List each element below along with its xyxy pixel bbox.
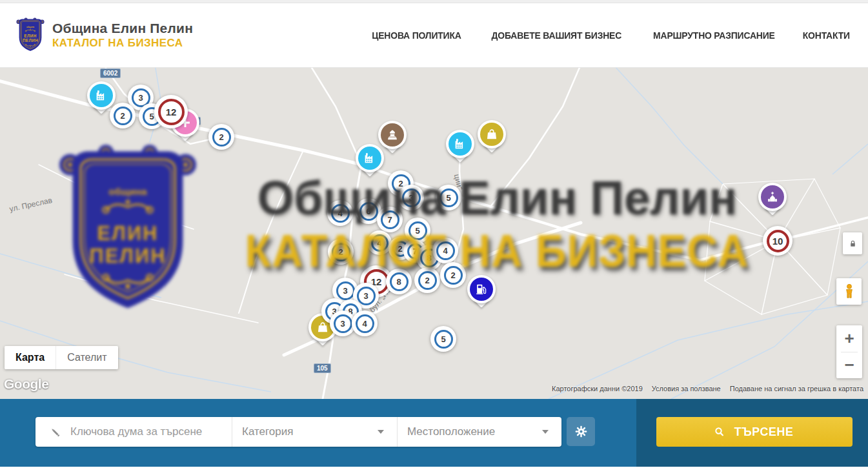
cluster-count: 2	[418, 271, 437, 290]
site-title: Община Елин Пелин	[52, 21, 193, 37]
marker-cluster[interactable]: 12	[154, 95, 188, 128]
marker-cluster[interactable]: 3	[398, 185, 424, 210]
marker-cluster[interactable]: 7	[377, 207, 403, 232]
svg-text:община: община	[26, 26, 34, 28]
nav-item-add-business[interactable]: ДОБАВЕТЕ ВАШИЯТ БИЗНЕС	[492, 30, 622, 41]
map-lock-button[interactable]	[843, 232, 862, 254]
chevron-down-icon	[542, 430, 549, 434]
search-icon	[714, 426, 725, 438]
map-pin-church[interactable]	[758, 183, 787, 220]
cluster-count: 2	[444, 266, 463, 285]
svg-text:ПЕЛИН: ПЕЛИН	[23, 38, 38, 43]
search-submit-button[interactable]: ТЪРСЕНЕ	[656, 417, 853, 447]
marker-cluster[interactable]: 4	[367, 230, 392, 255]
church-icon	[761, 185, 784, 209]
keyword-search-input[interactable]	[70, 425, 232, 438]
marker-cluster[interactable]: 2	[414, 267, 440, 293]
cluster-count: 3	[357, 287, 376, 305]
cluster-count: 6	[359, 202, 378, 221]
marker-cluster[interactable]: 5	[430, 326, 456, 352]
marker-cluster[interactable]: 2	[208, 124, 234, 150]
map-pin-factory[interactable]	[356, 144, 384, 181]
zoom-in-button[interactable]: +	[836, 326, 862, 352]
map-attribution: Картографски данни ©2019 Условия за полз…	[552, 385, 863, 392]
search-button-label: ТЪРСЕНЕ	[734, 425, 794, 439]
marker-cluster[interactable]: 5	[436, 185, 461, 210]
keyword-section	[35, 417, 232, 447]
marker-cluster[interactable]: 2	[328, 239, 354, 265]
cluster-count: 4	[356, 314, 374, 333]
lock-icon	[848, 239, 858, 249]
map-type-satellite-button[interactable]: Сателит	[56, 346, 117, 369]
map-pin-fuel[interactable]	[467, 275, 496, 312]
cluster-count: 5	[409, 221, 427, 240]
cluster-count: 3	[402, 188, 421, 207]
marker-cluster[interactable]: 2	[440, 262, 466, 288]
attribution-map-data: Картографски данни ©2019	[552, 385, 643, 392]
cluster-count: 3	[336, 281, 355, 300]
fuel-icon	[470, 278, 493, 301]
marker-cluster[interactable]: 2	[110, 103, 136, 128]
location-dropdown[interactable]: Местоположение	[397, 417, 561, 447]
marker-cluster[interactable]: 4	[352, 310, 378, 336]
google-map[interactable]: 6002105 ул. Преславбул. „Новоселции" 325…	[0, 68, 868, 399]
zoom-out-button[interactable]: −	[836, 352, 862, 378]
chevron-down-icon	[378, 430, 384, 434]
cluster-count: 3	[334, 314, 352, 333]
site-header: община ЕЛИН ПЕЛИН Община Елин Пелин КАТА…	[0, 3, 868, 68]
pegman-icon	[840, 283, 858, 301]
road-number-badge: 6002	[100, 68, 121, 78]
gear-icon	[574, 424, 589, 439]
factory-icon	[90, 84, 113, 107]
attribution-terms-link[interactable]: Условия за ползване	[652, 385, 721, 392]
cluster-count: 4	[436, 241, 455, 260]
search-fields-box: Категория Местоположение	[35, 417, 561, 447]
marker-cluster[interactable]: 4	[327, 200, 353, 226]
advanced-settings-button[interactable]	[567, 417, 595, 446]
map-type-map-button[interactable]: Карта	[5, 346, 56, 369]
cluster-count: 8	[390, 272, 409, 291]
category-dropdown-label: Категория	[242, 425, 293, 438]
site-logo[interactable]: община ЕЛИН ПЕЛИН Община Елин Пелин КАТА…	[16, 17, 193, 54]
nav-item-route-schedule[interactable]: МАРШРУТНО РАЗПИСАНИЕ	[653, 30, 775, 41]
marker-cluster[interactable]: 10	[763, 226, 792, 256]
cluster-count: 2	[212, 128, 231, 147]
map-type-switcher: Карта Сателит	[5, 346, 118, 369]
pencil-icon	[48, 425, 62, 439]
cluster-count: 5	[439, 188, 458, 207]
cluster-count: 10	[767, 230, 789, 252]
svg-text:ЕЛИН: ЕЛИН	[24, 34, 36, 38]
cluster-count: 4	[331, 204, 350, 223]
cluster-count: 5	[434, 330, 453, 349]
map-pin-shopping-bag[interactable]	[478, 120, 506, 158]
road-number-badge: 105	[314, 363, 331, 373]
cluster-count: 2	[114, 107, 132, 125]
cluster-count: 12	[158, 99, 185, 125]
attribution-report-error-link[interactable]: Подаване на сигнал за грешка в картата	[730, 385, 863, 392]
nav-item-contacts[interactable]: КОНТАКТИ	[803, 30, 850, 41]
marker-cluster[interactable]: 8	[386, 269, 412, 294]
factory-icon	[358, 147, 381, 170]
marker-cluster[interactable]: 4	[432, 238, 458, 263]
cluster-count: 2	[332, 243, 350, 261]
cluster-count: 7	[381, 210, 399, 229]
location-dropdown-label: Местоположение	[407, 425, 495, 438]
search-bar: Категория Местоположение	[0, 399, 868, 467]
pegman-streetview-button[interactable]	[836, 278, 862, 305]
nav-item-pricing[interactable]: ЦЕНОВА ПОЛИТИКА	[372, 30, 461, 41]
zoom-control: + −	[836, 325, 862, 378]
shopping-bag-icon	[480, 123, 503, 146]
site-subtitle: КАТАЛОГ НА БИЗНЕСА	[52, 37, 193, 50]
main-nav: ЦЕНОВА ПОЛИТИКА ДОБАВЕТЕ ВАШИЯТ БИЗНЕС М…	[368, 30, 852, 41]
factory-icon	[449, 132, 472, 156]
category-dropdown[interactable]: Категория	[232, 417, 397, 447]
worker-icon	[381, 123, 404, 147]
cluster-count: 4	[371, 234, 389, 252]
municipality-crest-icon: община ЕЛИН ПЕЛИН	[16, 17, 45, 54]
google-logo[interactable]: Google	[4, 376, 48, 392]
map-pin-factory[interactable]	[446, 130, 474, 167]
